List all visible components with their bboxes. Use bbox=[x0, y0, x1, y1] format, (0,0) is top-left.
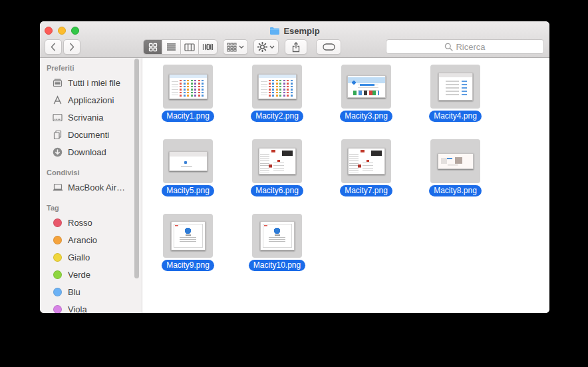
action-gear-button[interactable] bbox=[253, 39, 279, 55]
selection-highlight bbox=[252, 65, 302, 109]
sidebar-item-label: Rosso bbox=[68, 218, 92, 228]
sidebar-item-tag-giallo[interactable]: Giallo bbox=[40, 248, 142, 266]
download-icon bbox=[51, 147, 64, 158]
share-icon bbox=[291, 42, 301, 53]
share-button[interactable] bbox=[285, 39, 307, 55]
gear-icon bbox=[257, 42, 267, 52]
file-label[interactable]: Macity7.png bbox=[340, 185, 392, 196]
selection-highlight bbox=[341, 139, 391, 183]
back-button[interactable] bbox=[45, 39, 62, 55]
selection-highlight bbox=[252, 214, 302, 258]
file-label[interactable]: Macity1.png bbox=[162, 111, 214, 122]
file-item[interactable]: Macity7.png bbox=[341, 139, 391, 196]
chevron-down-icon bbox=[269, 45, 275, 49]
file-item[interactable]: Macity10.png bbox=[252, 214, 302, 271]
selection-highlight bbox=[430, 139, 480, 183]
file-item[interactable]: Macity6.png bbox=[252, 139, 302, 196]
file-label[interactable]: Macity2.png bbox=[251, 111, 303, 122]
arrange-button[interactable] bbox=[223, 39, 248, 55]
window-title: Esempip bbox=[283, 26, 319, 36]
list-view-button[interactable] bbox=[162, 40, 180, 54]
file-item[interactable]: Macity1.png bbox=[163, 65, 213, 122]
file-label[interactable]: Macity3.png bbox=[340, 111, 392, 122]
sidebar-section-preferiti: Preferiti bbox=[47, 62, 142, 74]
forward-button[interactable] bbox=[63, 39, 80, 55]
selection-highlight bbox=[252, 139, 302, 183]
sidebar: Preferiti Tutti i miei file Applicazioni… bbox=[40, 58, 142, 313]
sidebar-item-label: Blu bbox=[68, 287, 80, 297]
sidebar-item-label: Documenti bbox=[68, 130, 109, 140]
laptop-icon bbox=[51, 183, 64, 192]
file-thumbnail[interactable] bbox=[259, 148, 296, 175]
file-item[interactable]: Macity4.png bbox=[430, 65, 480, 122]
file-label[interactable]: Macity9.png bbox=[162, 260, 214, 271]
file-thumbnail[interactable] bbox=[169, 151, 208, 171]
desktop-icon bbox=[51, 112, 64, 123]
file-thumbnail[interactable] bbox=[348, 148, 385, 175]
sidebar-item-label: Tutti i miei file bbox=[68, 78, 120, 88]
search-input[interactable]: Ricerca bbox=[386, 39, 544, 54]
selection-highlight bbox=[163, 214, 213, 258]
sidebar-item-tag-viola[interactable]: Viola bbox=[40, 300, 142, 313]
sidebar-item-label: Verde bbox=[68, 270, 90, 280]
file-thumbnail[interactable] bbox=[260, 221, 295, 250]
sidebar-item-all-my-files[interactable]: Tutti i miei file bbox=[40, 74, 142, 91]
file-thumbnail[interactable] bbox=[438, 153, 474, 169]
file-thumbnail[interactable] bbox=[258, 74, 297, 99]
titlebar-toolbar: Esempip bbox=[40, 21, 549, 58]
sidebar-scrollbar[interactable] bbox=[134, 59, 139, 278]
tag-dot-verde bbox=[53, 270, 62, 279]
sidebar-item-documents[interactable]: Documenti bbox=[40, 126, 142, 143]
file-label[interactable]: Macity6.png bbox=[251, 185, 303, 196]
icon-view-button[interactable] bbox=[144, 40, 162, 54]
file-thumbnail[interactable] bbox=[169, 74, 208, 99]
selection-highlight bbox=[163, 139, 213, 183]
sidebar-item-download[interactable]: Download bbox=[40, 143, 142, 161]
window-title-area: Esempip bbox=[40, 25, 549, 37]
search-placeholder: Ricerca bbox=[456, 42, 485, 52]
sidebar-item-desktop[interactable]: Scrivania bbox=[40, 109, 142, 126]
sidebar-item-tag-verde[interactable]: Verde bbox=[40, 266, 142, 283]
sidebar-item-tag-rosso[interactable]: Rosso bbox=[40, 214, 142, 231]
sidebar-item-macbook-air[interactable]: MacBook Air… bbox=[40, 179, 142, 196]
sidebar-item-label: Scrivania bbox=[68, 113, 103, 123]
coverflow-view-button[interactable] bbox=[198, 40, 217, 54]
view-mode-segmented-control bbox=[143, 39, 218, 55]
tag-dot-giallo bbox=[53, 253, 62, 262]
file-item[interactable]: Macity2.png bbox=[252, 65, 302, 122]
sidebar-item-applications[interactable]: Applicazioni bbox=[40, 91, 142, 109]
file-label[interactable]: Macity10.png bbox=[249, 260, 305, 271]
file-thumbnail[interactable] bbox=[347, 75, 386, 98]
chevron-down-icon bbox=[239, 45, 244, 49]
file-grid: Macity1.png Macity2.png Macity3.png Maci… bbox=[142, 58, 549, 313]
tag-icon bbox=[323, 43, 335, 51]
sidebar-section-tag: Tag bbox=[47, 202, 142, 214]
file-label[interactable]: Macity5.png bbox=[162, 185, 214, 196]
sidebar-item-tag-blu[interactable]: Blu bbox=[40, 283, 142, 300]
tag-dot-rosso bbox=[53, 218, 62, 227]
file-item[interactable]: Macity8.png bbox=[430, 139, 480, 196]
file-label[interactable]: Macity8.png bbox=[429, 185, 482, 196]
file-thumbnail[interactable] bbox=[438, 73, 473, 101]
column-view-button[interactable] bbox=[180, 40, 199, 54]
sidebar-item-label: Download bbox=[68, 147, 106, 157]
selection-highlight bbox=[430, 65, 480, 109]
file-item[interactable]: Macity3.png bbox=[341, 65, 391, 122]
file-thumbnail[interactable] bbox=[171, 221, 206, 250]
all-my-files-icon bbox=[51, 77, 64, 89]
documents-icon bbox=[51, 129, 64, 141]
file-item[interactable]: Macity5.png bbox=[163, 139, 213, 196]
sidebar-item-label: Applicazioni bbox=[68, 95, 114, 105]
sidebar-item-label: Viola bbox=[68, 304, 87, 314]
selection-highlight bbox=[163, 65, 213, 109]
sidebar-item-label: Giallo bbox=[68, 252, 90, 262]
sidebar-item-label: MacBook Air… bbox=[68, 183, 125, 192]
file-label[interactable]: Macity4.png bbox=[429, 111, 482, 122]
sidebar-section-condivisi: Condivisi bbox=[47, 167, 142, 179]
folder-icon bbox=[269, 27, 280, 35]
sidebar-item-tag-arancio[interactable]: Arancio bbox=[40, 231, 142, 248]
tag-dot-blu bbox=[53, 288, 62, 296]
tags-button[interactable] bbox=[316, 39, 341, 55]
search-icon bbox=[444, 43, 453, 51]
file-item[interactable]: Macity9.png bbox=[163, 214, 213, 271]
